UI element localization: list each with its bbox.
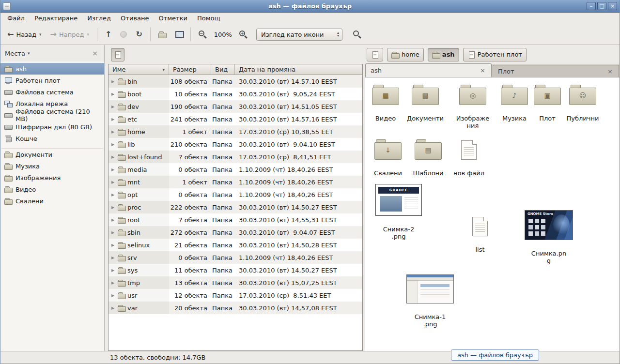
back-button[interactable]: ← Назад ▾ [3, 27, 46, 42]
sidebar-item[interactable]: Файлова система [0, 86, 104, 98]
close-button[interactable]: × [608, 2, 617, 10]
sidebar-item[interactable]: Видео [0, 183, 104, 195]
menu-item[interactable]: Отиване [116, 13, 154, 24]
table-row[interactable]: ▶ selinux 21 обекта Папка 30.03.2010 (вт… [108, 239, 362, 251]
sidebar-item[interactable]: Работен плот [0, 75, 104, 86]
table-row[interactable]: ▶ bin 108 обекта Папка 30.03.2010 (вт) 1… [108, 75, 362, 88]
column-header-name[interactable]: Име ▾ [108, 64, 169, 75]
icon-view-item[interactable]: ▦ Видео [365, 85, 407, 122]
table-row[interactable]: ▶ etc 241 обекта Папка 30.03.2010 (вт) 1… [108, 113, 362, 125]
search-button[interactable] [349, 27, 365, 42]
tab-close-icon[interactable]: × [606, 68, 614, 75]
sidebar-item[interactable]: Музика [0, 160, 104, 172]
expander-icon[interactable]: ▶ [111, 281, 116, 285]
expander-icon[interactable]: ▶ [111, 205, 116, 210]
menu-item[interactable]: Изглед [82, 13, 116, 24]
table-row[interactable]: ▶ tmp 13 обекта Папка 30.03.2010 (вт) 15… [108, 276, 362, 289]
up-button[interactable]: ↑ [101, 27, 115, 42]
icon-view-item[interactable]: GNOME Store GNOME Store Снимка.png [524, 210, 574, 264]
sidebar-item[interactable]: Файлова система (210 MB) [0, 109, 104, 121]
expander-icon[interactable]: ▶ [111, 142, 116, 147]
sidebar-close-icon[interactable]: × [90, 48, 100, 58]
taskbar-window-chip[interactable]: ash — файлов браузър [451, 349, 539, 361]
tab-close-icon[interactable]: × [479, 67, 486, 74]
sidebar-item[interactable] [1, 144, 103, 149]
table-row[interactable]: ▶ srv 0 обекта Папка 1.10.2009 (чт) 18,4… [108, 251, 362, 264]
expander-icon[interactable]: ▶ [111, 306, 116, 310]
column-header-size[interactable]: Размер [169, 64, 211, 75]
minimize-button[interactable]: – [587, 2, 596, 10]
table-row[interactable]: ▶ media 0 обекта Папка 1.10.2009 (чт) 18… [108, 163, 362, 176]
table-row[interactable]: ▶ root ? обекта Папка 30.03.2010 (вт) 14… [108, 213, 362, 226]
icon-view-item[interactable]: ☺ Публични [561, 85, 604, 122]
pane-splitter[interactable] [105, 45, 108, 351]
table-row[interactable]: ▶ dev 190 обекта Папка 30.03.2010 (вт) 1… [108, 100, 362, 113]
expander-icon[interactable]: ▶ [111, 130, 116, 134]
icon-view-item[interactable]: list [458, 217, 502, 253]
stop-button[interactable] [116, 28, 131, 41]
zoom-out-button[interactable]: − [195, 27, 211, 42]
table-row[interactable]: ▶ lost+found ? обекта Папка 17.03.2010 (… [108, 151, 362, 163]
table-row[interactable]: ▶ opt 0 обекта Папка 1.10.2009 (чт) 18,4… [108, 188, 362, 201]
computer-button[interactable] [171, 27, 186, 42]
tab[interactable]: Плот × [493, 65, 619, 77]
expander-icon[interactable]: ▶ [111, 79, 116, 84]
pathbar-crumb[interactable]: home [387, 48, 424, 61]
icon-view-item[interactable]: ◎ Изображения [451, 85, 495, 129]
menu-item[interactable]: Файл [2, 13, 30, 24]
icon-view-item[interactable]: Снимка-1.png [405, 274, 455, 328]
expander-icon[interactable]: ▶ [111, 180, 116, 184]
reload-button[interactable]: ↻ [132, 27, 146, 42]
tab[interactable]: ash × [365, 63, 492, 77]
expander-icon[interactable]: ▶ [111, 243, 116, 247]
expander-icon[interactable]: ▶ [111, 193, 116, 197]
icon-view-item[interactable]: нов файл [447, 140, 491, 177]
back-menu-chevron-icon[interactable]: ▾ [39, 32, 42, 37]
expander-icon[interactable]: ▶ [111, 117, 116, 121]
table-row[interactable]: ▶ sbin 272 обекта Папка 30.03.2010 (вт) … [108, 226, 362, 239]
sidebar-item[interactable]: Изображения [0, 172, 104, 183]
column-header-date[interactable]: Дата на промяна [235, 64, 362, 75]
icon-view-item[interactable]: GUADEC GUADEC Снимка-2.png [374, 184, 423, 240]
icon-view-item[interactable]: ↓ Свалени [366, 139, 410, 177]
pathbar-crumb[interactable]: ash [428, 48, 459, 61]
expander-icon[interactable]: ▶ [111, 293, 116, 298]
table-row[interactable]: ▶ boot 10 обекта Папка 30.03.2010 (вт) 9… [108, 88, 362, 100]
icon-view-item[interactable]: ▤ Шаблони [406, 139, 450, 177]
sidebar-item[interactable]: Документи [0, 149, 104, 160]
expander-icon[interactable]: ▶ [111, 256, 116, 260]
forward-button[interactable]: → Напред ▾ [46, 27, 93, 42]
zoom-in-button[interactable]: + [235, 27, 251, 42]
expander-icon[interactable]: ▶ [111, 230, 116, 235]
sidebar-item[interactable]: Свалени [0, 195, 104, 207]
pathbar-crumb[interactable]: Работен плот [463, 48, 527, 61]
table-row[interactable]: ▶ proc 222 обекта Папка 30.03.2010 (вт) … [108, 201, 362, 213]
view-mode-select[interactable]: Изглед като икони ▴▾ [256, 29, 342, 41]
table-row[interactable]: ▶ mnt 1 обект Папка 1.10.2009 (чт) 18,40… [108, 176, 362, 188]
expander-icon[interactable]: ▶ [111, 92, 116, 96]
icon-view-item[interactable]: ▤ Документи [403, 85, 447, 122]
table-row[interactable]: ▶ sys 11 обекта Папка 30.03.2010 (вт) 14… [108, 264, 362, 276]
table-row[interactable]: ▶ usr 12 обекта Папка 17.03.2010 (ср) 8,… [108, 289, 362, 302]
sidebar-chevron-icon[interactable]: ▾ [28, 51, 30, 56]
column-header-kind[interactable]: Вид [211, 64, 235, 75]
maximize-button[interactable]: □ [597, 2, 606, 10]
root-location-button[interactable] [111, 48, 124, 61]
expander-icon[interactable]: ▶ [111, 218, 116, 222]
expander-icon[interactable]: ▶ [111, 155, 116, 159]
table-row[interactable]: ▶ lib 210 обекта Папка 30.03.2010 (вт) 9… [108, 138, 362, 151]
sidebar-item[interactable]: Шифриран дял (80 GB) [0, 121, 104, 133]
home-button[interactable] [155, 27, 170, 42]
pathbar-crumb[interactable] [367, 48, 383, 61]
expander-icon[interactable]: ▶ [111, 105, 116, 109]
sidebar-item[interactable]: Кошче [0, 133, 104, 144]
expander-icon[interactable]: ▶ [111, 167, 116, 172]
table-row[interactable]: ▶ var 20 обекта Папка 30.03.2010 (вт) 14… [108, 302, 362, 314]
expander-icon[interactable]: ▶ [111, 268, 116, 273]
sidebar-title[interactable]: Места [5, 50, 25, 57]
sidebar-item[interactable]: ash [0, 63, 104, 75]
menu-item[interactable]: Редактиране [30, 13, 82, 24]
menu-item[interactable]: Отметки [154, 13, 192, 24]
menu-item[interactable]: Помощ [192, 13, 225, 24]
table-row[interactable]: ▶ home 1 обект Папка 17.03.2010 (ср) 10,… [108, 125, 362, 138]
